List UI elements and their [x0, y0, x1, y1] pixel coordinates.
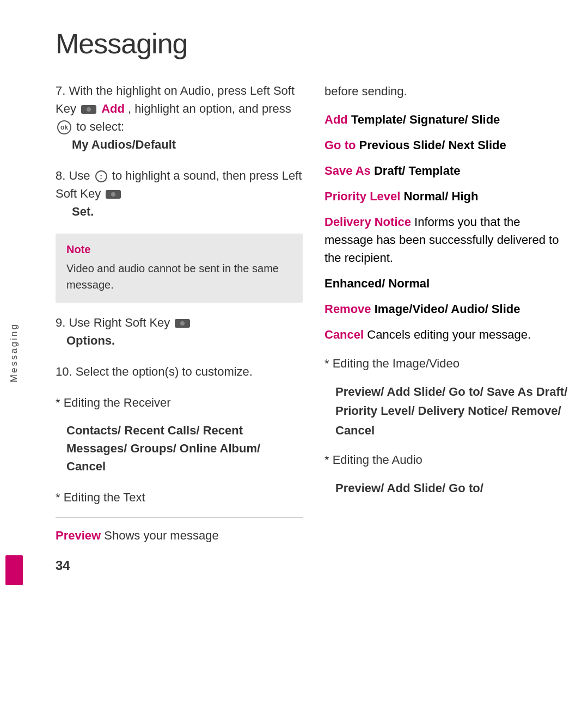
editing-text-text: Editing the Text: [64, 491, 145, 504]
item-9-text: 9. Use Right Soft Key Options.: [56, 314, 303, 350]
add-label: Add: [101, 102, 125, 115]
priority-rest: Normal/ High: [404, 189, 479, 203]
item-7-select: to select:: [76, 120, 124, 133]
editing-receiver-text: Editing the Receiver: [64, 396, 171, 409]
page-container: Messaging Messaging 7. With the highligh…: [0, 0, 588, 705]
editing-audio-star: *: [324, 453, 333, 467]
editing-image-text: Editing the Image/Video: [333, 357, 460, 370]
save-as-magenta: Save As: [324, 164, 371, 177]
sidebar: Messaging: [0, 0, 28, 705]
enhanced-normal-text: Enhanced/ Normal: [324, 277, 430, 290]
sidebar-label-text: Messaging: [9, 323, 20, 382]
item-7-text: 7. With the highlight on Audio, press Le…: [56, 82, 303, 154]
editing-receiver-star: *: [56, 396, 64, 409]
left-column: 7. With the highlight on Audio, press Le…: [56, 82, 303, 683]
preview-section: Preview Shows your message: [56, 529, 303, 543]
ok-icon: ok: [57, 120, 71, 134]
options-label: Options.: [56, 334, 115, 347]
editing-audio-text: Editing the Audio: [333, 453, 422, 467]
item-8-text: 8. Use to highlight a sound, then press …: [56, 167, 303, 220]
item-10: 10. Select the option(s) to customize.: [56, 363, 303, 381]
priority-level-item: Priority Level Normal/ High: [324, 187, 572, 205]
preview-rest: Shows your message: [104, 529, 218, 542]
image-options-text: Preview/ Add Slide/ Go to/ Save As Draft…: [335, 382, 572, 440]
before-sending: before sending.: [324, 82, 572, 101]
cancel-item: Cancel Cancels editing your message.: [324, 326, 572, 344]
save-as-item: Save As Draft/ Template: [324, 162, 572, 180]
item-8-prefix: 8. Use: [56, 169, 94, 182]
receiver-options: Contacts/ Recent Calls/ Recent Messages/…: [56, 421, 303, 475]
nav-icon: [95, 170, 107, 182]
delivery-notice-item: Delivery Notice Informs you that the mes…: [324, 213, 572, 267]
item-8: 8. Use to highlight a sound, then press …: [56, 167, 303, 220]
two-col-layout: 7. With the highlight on Audio, press Le…: [56, 82, 572, 683]
editing-text-star: *: [56, 491, 64, 504]
priority-magenta: Priority Level: [324, 189, 400, 203]
delivery-magenta: Delivery Notice: [324, 215, 411, 229]
image-options: Preview/ Add Slide/ Go to/ Save As Draft…: [324, 382, 572, 440]
right-soft-key-icon: [175, 319, 190, 328]
audio-options-text: Preview/ Add Slide/ Go to/: [335, 479, 572, 498]
item-9: 9. Use Right Soft Key Options.: [56, 314, 303, 350]
divider: [56, 517, 303, 518]
editing-image-star: *: [324, 357, 333, 370]
my-audios-label: My Audios/Default: [56, 138, 176, 151]
left-soft-key-icon-7: [81, 105, 96, 114]
item-7: 7. With the highlight on Audio, press Le…: [56, 82, 303, 154]
sidebar-bar: [5, 555, 23, 585]
item-9-prefix: 9. Use Right Soft Key: [56, 316, 170, 329]
editing-text-item: * Editing the Text: [56, 488, 303, 506]
item-7-middle: , highlight an option, and press: [128, 102, 291, 115]
go-to-item: Go to Previous Slide/ Next Slide: [324, 136, 572, 154]
right-column: before sending. Add Template/ Signature/…: [324, 82, 572, 683]
page-number: 34: [56, 558, 303, 573]
go-to-rest: Previous Slide/ Next Slide: [359, 138, 506, 152]
remove-magenta: Remove: [324, 302, 371, 316]
note-label: Note: [66, 243, 292, 256]
save-as-rest: Draft/ Template: [374, 164, 461, 177]
enhanced-normal-item: Enhanced/ Normal: [324, 274, 572, 292]
remove-item: Remove Image/Video/ Audio/ Slide: [324, 300, 572, 318]
note-text: Video and audio cannot be sent in the sa…: [66, 260, 292, 293]
sidebar-label: Messaging: [0, 0, 28, 705]
add-rest: Template/ Signature/ Slide: [351, 113, 500, 126]
add-magenta: Add: [324, 113, 348, 126]
item-10-text: 10. Select the option(s) to customize.: [56, 363, 303, 381]
preview-label: Preview: [56, 529, 101, 542]
editing-image-item: * Editing the Image/Video: [324, 354, 572, 372]
add-template-item: Add Template/ Signature/ Slide: [324, 111, 572, 128]
set-label: Set.: [56, 205, 94, 218]
main-content: Messaging 7. With the highlight on Audio…: [28, 0, 588, 705]
left-soft-key-icon-8: [106, 190, 121, 199]
editing-receiver-item: * Editing the Receiver: [56, 394, 303, 412]
audio-options: Preview/ Add Slide/ Go to/: [324, 479, 572, 498]
editing-audio-item: * Editing the Audio: [324, 451, 572, 469]
go-to-magenta: Go to: [324, 138, 356, 152]
note-box: Note Video and audio cannot be sent in t…: [56, 234, 303, 303]
cancel-rest: Cancels editing your message.: [367, 328, 531, 341]
remove-rest: Image/Video/ Audio/ Slide: [375, 302, 520, 316]
cancel-magenta: Cancel: [324, 328, 364, 341]
page-title: Messaging: [56, 27, 572, 60]
receiver-options-text: Contacts/ Recent Calls/ Recent Messages/…: [56, 421, 303, 475]
